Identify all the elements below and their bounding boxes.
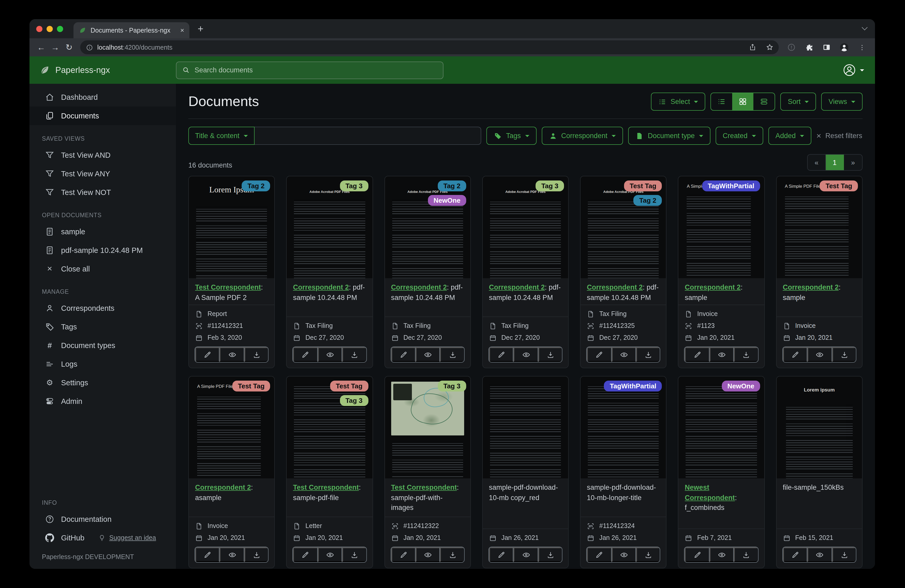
correspondent-link[interactable]: Correspondent 2 [489, 284, 545, 291]
side-panel-icon[interactable] [820, 41, 833, 54]
correspondent-link[interactable]: Correspondent 2 [587, 284, 643, 291]
sidebar-item-github[interactable]: GitHub Suggest an idea [30, 529, 176, 547]
site-info-icon[interactable] [86, 44, 93, 51]
document-thumbnail[interactable]: Adobe Acrobat PDF FilesTag 3 [287, 176, 373, 278]
sidebar-item-documents[interactable]: Documents [30, 106, 176, 125]
tab-search-chevron-icon[interactable] [862, 25, 868, 30]
view-button[interactable] [318, 547, 342, 562]
browser-menu-kebab-icon[interactable] [855, 41, 868, 54]
sidebar-item-dashboard[interactable]: Dashboard [30, 88, 176, 106]
reset-filters-button[interactable]: × Reset filters [816, 132, 862, 140]
download-button[interactable] [244, 547, 268, 562]
sidebar-item-admin[interactable]: Admin [30, 392, 176, 410]
pagination-next[interactable]: » [844, 155, 862, 170]
edit-button[interactable] [587, 547, 611, 562]
tag-badge[interactable]: Test Tag [624, 181, 662, 191]
filter-created-button[interactable]: Created [715, 127, 763, 145]
filter-text-input[interactable] [255, 127, 481, 145]
share-icon[interactable] [746, 41, 759, 54]
sidebar-item-logs[interactable]: Logs [30, 355, 176, 373]
filter-correspondent-button[interactable]: Correspondent [541, 127, 623, 145]
document-thumbnail[interactable]: Adobe Acrobat PDF FilesTest TagTag 2 [581, 176, 666, 278]
browser-tab[interactable]: Documents - Paperless-ngx × [73, 22, 189, 38]
document-thumbnail[interactable]: A Simple PDF FileTagWithPartial [679, 176, 764, 278]
download-button[interactable] [734, 347, 758, 362]
view-button[interactable] [514, 347, 538, 362]
download-button[interactable] [538, 347, 562, 362]
view-button[interactable] [611, 347, 636, 362]
sidebar-item-close-all[interactable]: × Close all [30, 260, 176, 278]
address-bar[interactable]: localhost:4200/documents [80, 40, 779, 54]
document-thumbnail[interactable]: Lorem IpsumTag 2 [189, 176, 275, 278]
download-button[interactable] [832, 547, 856, 562]
view-button[interactable] [710, 547, 734, 562]
filter-added-button[interactable]: Added [768, 127, 811, 145]
extensions-puzzle-icon[interactable] [803, 41, 816, 54]
download-button[interactable] [342, 547, 366, 562]
document-thumbnail[interactable]: Adobe Acrobat PDF FilesTag 2NewOne [385, 176, 470, 278]
tag-badge[interactable]: NewOne [428, 195, 466, 206]
document-thumbnail[interactable] [483, 377, 568, 479]
grid-view-toggle[interactable] [732, 93, 754, 110]
document-thumbnail[interactable]: NewOne [679, 377, 764, 479]
document-thumbnail[interactable]: Tag 3 [385, 377, 470, 479]
edit-button[interactable] [685, 547, 710, 562]
edit-button[interactable] [195, 347, 220, 362]
sidebar-item-open-doc-pdf-sample[interactable]: pdf-sample 10.24.48 PM [30, 241, 176, 260]
tag-badge[interactable]: Tag 2 [242, 181, 270, 191]
tag-badge[interactable]: Test Tag [820, 181, 858, 191]
download-button[interactable] [440, 347, 464, 362]
view-button[interactable] [416, 547, 440, 562]
tag-badge[interactable]: TagWithPartial [702, 181, 760, 191]
correspondent-link[interactable]: Correspondent 2 [685, 284, 741, 291]
forward-icon[interactable]: → [48, 40, 62, 54]
correspondent-link[interactable]: Correspondent 2 [195, 483, 251, 491]
view-button[interactable] [807, 347, 832, 362]
sidebar-item-settings[interactable]: ⚙ Settings [30, 373, 176, 392]
edit-button[interactable] [783, 547, 807, 562]
browser-profile-avatar[interactable] [838, 41, 851, 54]
pagination-prev[interactable]: « [808, 155, 826, 170]
tag-badge[interactable]: Tag 3 [340, 395, 368, 406]
download-button[interactable] [734, 547, 758, 562]
correspondent-link[interactable]: Test Correspondent [391, 483, 457, 491]
edit-button[interactable] [783, 347, 807, 362]
correspondent-link[interactable]: Test Correspondent [195, 284, 261, 291]
tag-badge[interactable]: Test Tag [232, 380, 270, 391]
back-icon[interactable]: ← [34, 40, 48, 54]
view-button[interactable] [416, 347, 440, 362]
tag-badge[interactable]: Tag 3 [438, 380, 466, 391]
bookmark-star-icon[interactable] [763, 41, 776, 54]
tag-badge[interactable]: TagWithPartial [604, 380, 662, 391]
view-button[interactable] [710, 347, 734, 362]
edit-button[interactable] [489, 347, 514, 362]
view-button[interactable] [220, 547, 244, 562]
sidebar-item-correspondents[interactable]: Correspondents [30, 299, 176, 317]
edit-button[interactable] [391, 347, 416, 362]
view-button[interactable] [807, 547, 832, 562]
correspondent-link[interactable]: Test Correspondent [293, 483, 359, 491]
view-button[interactable] [318, 347, 342, 362]
select-button[interactable]: Select [651, 93, 705, 111]
user-menu[interactable] [842, 63, 875, 77]
edit-button[interactable] [489, 547, 514, 562]
tab-close-icon[interactable]: × [180, 27, 184, 33]
correspondent-link[interactable]: Correspondent 2 [783, 284, 838, 291]
document-thumbnail[interactable]: A Simple PDF FileTest Tag [189, 377, 275, 479]
correspondent-link[interactable]: Correspondent 2 [391, 284, 447, 291]
edit-button[interactable] [195, 547, 220, 562]
download-button[interactable] [538, 547, 562, 562]
correspondent-link[interactable]: Correspondent 2 [293, 284, 349, 291]
document-thumbnail[interactable]: A Simple PDF FileTest Tag [776, 176, 862, 278]
document-thumbnail[interactable]: Lorem ipsum [776, 377, 862, 479]
download-button[interactable] [832, 347, 856, 362]
maximize-window-button[interactable] [57, 25, 63, 32]
download-button[interactable] [440, 547, 464, 562]
view-button[interactable] [611, 547, 636, 562]
tag-badge[interactable]: Tag 2 [438, 181, 466, 191]
edit-button[interactable] [293, 547, 318, 562]
filter-doctype-button[interactable]: Document type [628, 127, 710, 145]
reload-icon[interactable]: ↻ [62, 40, 76, 54]
search-input[interactable] [195, 66, 437, 74]
suggest-idea-link[interactable]: Suggest an idea [98, 534, 156, 542]
